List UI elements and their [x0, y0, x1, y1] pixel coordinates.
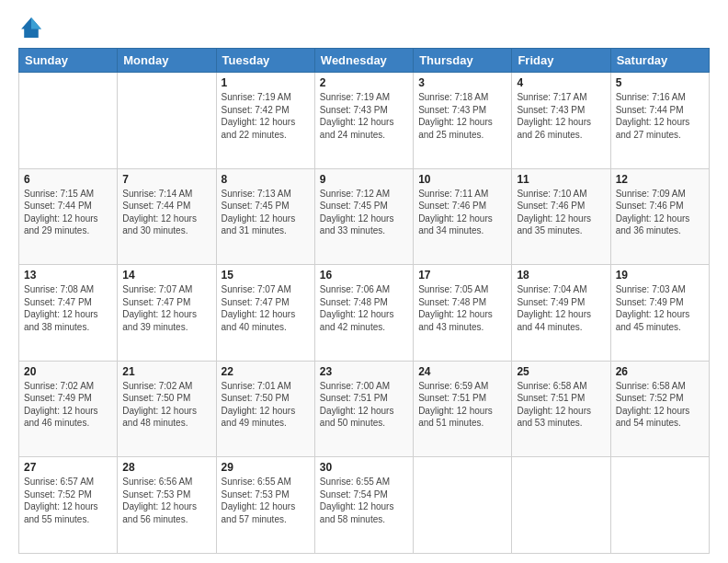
- calendar-cell: 12Sunrise: 7:09 AMSunset: 7:46 PMDayligh…: [610, 168, 709, 265]
- day-info: Sunrise: 6:55 AMSunset: 7:54 PMDaylight:…: [320, 476, 408, 525]
- day-info: Sunrise: 7:15 AMSunset: 7:44 PMDaylight:…: [24, 188, 112, 237]
- calendar-cell: 4Sunrise: 7:17 AMSunset: 7:43 PMDaylight…: [512, 73, 610, 169]
- day-info: Sunrise: 7:00 AMSunset: 7:51 PMDaylight:…: [320, 380, 408, 430]
- calendar-header-row: SundayMondayTuesdayWednesdayThursdayFrid…: [19, 49, 710, 73]
- day-number: 26: [616, 365, 704, 378]
- day-info: Sunrise: 7:17 AMSunset: 7:43 PMDaylight:…: [517, 91, 605, 141]
- calendar-cell: 6Sunrise: 7:15 AMSunset: 7:44 PMDaylight…: [19, 168, 118, 265]
- day-number: 8: [222, 173, 310, 186]
- day-info: Sunrise: 6:56 AMSunset: 7:53 PMDaylight:…: [122, 476, 210, 525]
- day-info: Sunrise: 7:13 AMSunset: 7:45 PMDaylight:…: [222, 188, 310, 237]
- day-number: 13: [24, 269, 112, 282]
- calendar-week-5: 27Sunrise: 6:57 AMSunset: 7:52 PMDayligh…: [19, 457, 710, 554]
- day-info: Sunrise: 7:02 AMSunset: 7:50 PMDaylight:…: [122, 380, 210, 430]
- day-header-saturday: Saturday: [610, 49, 709, 73]
- calendar-cell: 28Sunrise: 6:56 AMSunset: 7:53 PMDayligh…: [118, 457, 216, 554]
- logo: [18, 15, 48, 40]
- calendar-cell: 29Sunrise: 6:55 AMSunset: 7:53 PMDayligh…: [216, 457, 314, 554]
- day-info: Sunrise: 7:10 AMSunset: 7:46 PMDaylight:…: [517, 188, 605, 237]
- day-number: 23: [320, 365, 408, 378]
- day-info: Sunrise: 7:08 AMSunset: 7:47 PMDaylight:…: [24, 283, 112, 333]
- calendar-cell: 11Sunrise: 7:10 AMSunset: 7:46 PMDayligh…: [512, 168, 610, 265]
- calendar-cell: 26Sunrise: 6:58 AMSunset: 7:52 PMDayligh…: [610, 361, 709, 457]
- day-info: Sunrise: 7:14 AMSunset: 7:44 PMDaylight:…: [122, 188, 210, 237]
- calendar-cell: 2Sunrise: 7:19 AMSunset: 7:43 PMDaylight…: [314, 73, 413, 169]
- day-info: Sunrise: 7:09 AMSunset: 7:46 PMDaylight:…: [616, 188, 704, 237]
- day-info: Sunrise: 7:03 AMSunset: 7:49 PMDaylight:…: [616, 283, 704, 333]
- day-number: 7: [122, 173, 210, 186]
- calendar-cell: 27Sunrise: 6:57 AMSunset: 7:52 PMDayligh…: [19, 457, 118, 554]
- day-number: 27: [24, 461, 112, 474]
- calendar-table: SundayMondayTuesdayWednesdayThursdayFrid…: [18, 48, 710, 554]
- calendar-cell: [118, 73, 216, 169]
- day-number: 2: [320, 76, 408, 89]
- day-number: 15: [222, 269, 310, 282]
- calendar-cell: 7Sunrise: 7:14 AMSunset: 7:44 PMDaylight…: [118, 168, 216, 265]
- day-info: Sunrise: 7:04 AMSunset: 7:49 PMDaylight:…: [517, 283, 605, 333]
- day-number: 28: [122, 461, 210, 474]
- calendar-week-3: 13Sunrise: 7:08 AMSunset: 7:47 PMDayligh…: [19, 265, 710, 362]
- calendar-cell: [512, 457, 610, 554]
- day-info: Sunrise: 7:16 AMSunset: 7:44 PMDaylight:…: [616, 91, 704, 141]
- day-info: Sunrise: 6:58 AMSunset: 7:51 PMDaylight:…: [517, 380, 605, 430]
- calendar-cell: 1Sunrise: 7:19 AMSunset: 7:42 PMDaylight…: [216, 73, 314, 169]
- day-info: Sunrise: 6:55 AMSunset: 7:53 PMDaylight:…: [222, 476, 310, 525]
- day-info: Sunrise: 7:19 AMSunset: 7:42 PMDaylight:…: [222, 91, 310, 141]
- day-info: Sunrise: 6:59 AMSunset: 7:51 PMDaylight:…: [418, 380, 506, 430]
- day-info: Sunrise: 6:58 AMSunset: 7:52 PMDaylight:…: [616, 380, 704, 430]
- day-number: 6: [24, 173, 112, 186]
- calendar-cell: 10Sunrise: 7:11 AMSunset: 7:46 PMDayligh…: [414, 168, 512, 265]
- calendar-cell: 23Sunrise: 7:00 AMSunset: 7:51 PMDayligh…: [314, 361, 413, 457]
- day-number: 24: [418, 365, 506, 378]
- calendar-cell: 9Sunrise: 7:12 AMSunset: 7:45 PMDaylight…: [314, 168, 413, 265]
- calendar-cell: 24Sunrise: 6:59 AMSunset: 7:51 PMDayligh…: [414, 361, 512, 457]
- calendar-cell: 3Sunrise: 7:18 AMSunset: 7:43 PMDaylight…: [414, 73, 512, 169]
- day-header-tuesday: Tuesday: [216, 49, 314, 73]
- day-info: Sunrise: 7:11 AMSunset: 7:46 PMDaylight:…: [418, 188, 506, 237]
- day-info: Sunrise: 6:57 AMSunset: 7:52 PMDaylight:…: [24, 476, 112, 525]
- day-number: 3: [418, 76, 506, 89]
- day-info: Sunrise: 7:02 AMSunset: 7:49 PMDaylight:…: [24, 380, 112, 430]
- calendar-cell: [610, 457, 709, 554]
- day-header-thursday: Thursday: [414, 49, 512, 73]
- day-info: Sunrise: 7:01 AMSunset: 7:50 PMDaylight:…: [222, 380, 310, 430]
- day-number: 4: [517, 76, 605, 89]
- day-number: 21: [122, 365, 210, 378]
- calendar-cell: 18Sunrise: 7:04 AMSunset: 7:49 PMDayligh…: [512, 265, 610, 362]
- calendar-cell: [19, 73, 118, 169]
- calendar-cell: 15Sunrise: 7:07 AMSunset: 7:47 PMDayligh…: [216, 265, 314, 362]
- day-number: 5: [616, 76, 704, 89]
- day-number: 18: [517, 269, 605, 282]
- day-number: 9: [320, 173, 408, 186]
- day-number: 11: [517, 173, 605, 186]
- svg-marker-1: [31, 17, 41, 29]
- calendar-cell: 5Sunrise: 7:16 AMSunset: 7:44 PMDaylight…: [610, 73, 709, 169]
- day-info: Sunrise: 7:12 AMSunset: 7:45 PMDaylight:…: [320, 188, 408, 237]
- day-number: 12: [616, 173, 704, 186]
- day-info: Sunrise: 7:05 AMSunset: 7:48 PMDaylight:…: [418, 283, 506, 333]
- calendar-cell: 14Sunrise: 7:07 AMSunset: 7:47 PMDayligh…: [118, 265, 216, 362]
- day-number: 17: [418, 269, 506, 282]
- day-info: Sunrise: 7:06 AMSunset: 7:48 PMDaylight:…: [320, 283, 408, 333]
- day-number: 22: [222, 365, 310, 378]
- calendar-cell: 21Sunrise: 7:02 AMSunset: 7:50 PMDayligh…: [118, 361, 216, 457]
- calendar-cell: 30Sunrise: 6:55 AMSunset: 7:54 PMDayligh…: [314, 457, 413, 554]
- logo-icon: [18, 15, 44, 40]
- calendar-cell: 20Sunrise: 7:02 AMSunset: 7:49 PMDayligh…: [19, 361, 118, 457]
- calendar-week-2: 6Sunrise: 7:15 AMSunset: 7:44 PMDaylight…: [19, 168, 710, 265]
- day-header-monday: Monday: [118, 49, 216, 73]
- day-header-wednesday: Wednesday: [314, 49, 413, 73]
- day-number: 14: [122, 269, 210, 282]
- calendar-week-1: 1Sunrise: 7:19 AMSunset: 7:42 PMDaylight…: [19, 73, 710, 169]
- day-header-friday: Friday: [512, 49, 610, 73]
- day-number: 10: [418, 173, 506, 186]
- day-number: 20: [24, 365, 112, 378]
- day-number: 1: [222, 76, 310, 89]
- calendar-cell: 16Sunrise: 7:06 AMSunset: 7:48 PMDayligh…: [314, 265, 413, 362]
- calendar-week-4: 20Sunrise: 7:02 AMSunset: 7:49 PMDayligh…: [19, 361, 710, 457]
- calendar-cell: 25Sunrise: 6:58 AMSunset: 7:51 PMDayligh…: [512, 361, 610, 457]
- day-number: 19: [616, 269, 704, 282]
- calendar-cell: 17Sunrise: 7:05 AMSunset: 7:48 PMDayligh…: [414, 265, 512, 362]
- day-info: Sunrise: 7:07 AMSunset: 7:47 PMDaylight:…: [222, 283, 310, 333]
- day-number: 16: [320, 269, 408, 282]
